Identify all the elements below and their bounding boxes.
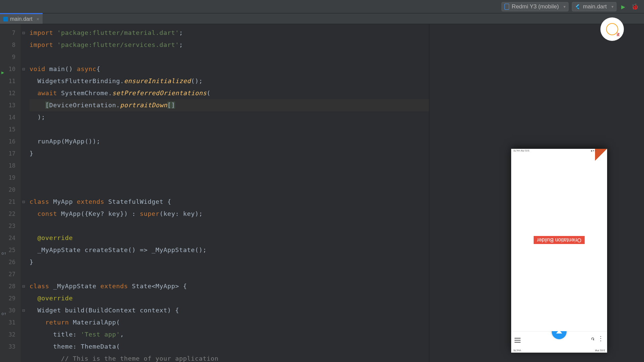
run-config-label: main.dart (583, 3, 607, 10)
run-button[interactable]: ▶ (620, 3, 627, 11)
tab-bar: main.dart × (0, 13, 644, 24)
debug-ribbon (595, 149, 607, 161)
hamburger-icon (515, 338, 521, 343)
code-line: ⊟import 'package:flutter/material.dart'; (30, 27, 429, 39)
code-line: } (30, 147, 429, 160)
line-number: 22 (0, 208, 21, 220)
phone-icon (504, 4, 509, 10)
code-line: ⊟void main() async{ (30, 63, 429, 75)
code-line (30, 160, 429, 172)
file-tab-main[interactable]: main.dart × (0, 13, 43, 24)
phone-body-text: Orientation Builder (534, 236, 585, 244)
code-line (30, 51, 429, 63)
phone-footer-clock: 3:01 PM VoLTE (513, 149, 530, 152)
gutter: 7 8 9 ▶10 11 12 13 14 15 16 17 18 19 20 … (0, 24, 21, 362)
line-number: 31 (0, 316, 21, 328)
code-line (30, 172, 429, 184)
line-number: o↑30 (0, 304, 21, 316)
debug-button[interactable]: 🐞 (630, 3, 640, 10)
chevron-down-icon: ▾ (564, 4, 566, 9)
line-number: 18 (0, 160, 21, 172)
phone-appbar: ⋮ ↻ (511, 331, 607, 347)
line-number: 21 (0, 196, 21, 208)
phone-sys-icons: ◂ ● ■ (591, 149, 596, 152)
emulator-preview: 3:01 PM VoLTE ⋮ ↻ Orientation Builder ◂ … (511, 149, 607, 353)
line-number: 33 (0, 341, 21, 353)
line-number: 9 (0, 51, 21, 63)
channel-badge (600, 17, 624, 41)
line-number: 12 (0, 87, 21, 99)
phone-status-bar: 3:01 PM VoLTE (511, 347, 607, 353)
code-line: [DeviceOrientation.portraitDown[] (30, 99, 429, 111)
chevron-down-icon: ▾ (611, 4, 613, 9)
line-number: 17 (0, 147, 21, 160)
toolbar: Redmi Y3 (mobile) ▾ main.dart ▾ ▶ 🐞 (0, 0, 644, 13)
phone-menu-icon: ⋮ (598, 336, 604, 343)
line-number: 11 (0, 75, 21, 87)
line-number: 29 (0, 292, 21, 304)
code-line: ); (30, 111, 429, 123)
line-number: 15 (0, 123, 21, 135)
code-line: @override (30, 292, 429, 304)
code-line: import 'package:flutter/services.dart'; (30, 39, 429, 51)
code-line: @override (30, 232, 429, 244)
code-line: // This is the theme of your application (30, 353, 429, 362)
code-line: WidgetsFlutterBinding.ensureInitialized(… (30, 75, 429, 87)
code-line: ⊟ Widget build(BuildContext context) { (30, 304, 429, 316)
device-selector[interactable]: Redmi Y3 (mobile) ▾ (501, 2, 569, 11)
flutter-icon (575, 4, 580, 9)
phone-body: Orientation Builder ◂ ● ■ 3:01 PM VoLTE (511, 149, 607, 331)
code-line: return MaterialApp( (30, 316, 429, 328)
code-line (30, 268, 429, 280)
code-line (30, 184, 429, 196)
line-number: 20 (0, 184, 21, 196)
line-number: ▶10 (0, 63, 21, 75)
line-number: 24 (0, 232, 21, 244)
line-number: 27 (0, 268, 21, 280)
editor: 7 8 9 ▶10 11 12 13 14 15 16 17 18 19 20 … (0, 24, 644, 362)
close-tab-icon[interactable]: × (37, 16, 39, 22)
device-selector-label: Redmi Y3 (mobile) (512, 3, 559, 10)
code-line: _MyAppState createState() => _MyAppState… (30, 244, 429, 256)
line-number: o↑25 (0, 244, 21, 256)
code-line: await SystemChrome.setPreferredOrientati… (30, 87, 429, 99)
line-number: 23 (0, 220, 21, 232)
dart-file-icon (3, 17, 8, 21)
preview-pane: 3:01 PM VoLTE ⋮ ↻ Orientation Builder ◂ … (429, 24, 644, 362)
code-line: ⊟class MyApp extends StatefulWidget { (30, 196, 429, 208)
line-number: 14 (0, 111, 21, 123)
phone-status-network: VoLTE (513, 348, 521, 352)
phone-refresh-icon: ↻ (591, 336, 594, 343)
channel-badge-icon (606, 23, 618, 35)
code-line: ⊟class _MyAppState extends State<MyApp> … (30, 280, 429, 292)
code-line: title: 'Test app', (30, 328, 429, 341)
code-line (30, 123, 429, 135)
code-line: } (30, 256, 429, 268)
code-editor[interactable]: ⊟import 'package:flutter/material.dart';… (21, 24, 429, 362)
line-number: 19 (0, 172, 21, 184)
code-line: const MyApp({Key? key}) : super(key: key… (30, 208, 429, 220)
code-line: runApp(MyApp()); (30, 135, 429, 147)
file-tab-label: main.dart (10, 16, 33, 22)
line-number: 16 (0, 135, 21, 147)
line-number: 26 (0, 256, 21, 268)
code-line (30, 220, 429, 232)
line-number: 7 (0, 27, 21, 39)
run-config-selector[interactable]: main.dart ▾ (572, 2, 616, 11)
line-number: 28 (0, 280, 21, 292)
line-number: 32 (0, 328, 21, 341)
line-number: 8 (0, 39, 21, 51)
phone-status-time: 3:01 PM (595, 348, 605, 352)
code-line: theme: ThemeData( (30, 341, 429, 353)
line-number: 13 (0, 99, 21, 111)
